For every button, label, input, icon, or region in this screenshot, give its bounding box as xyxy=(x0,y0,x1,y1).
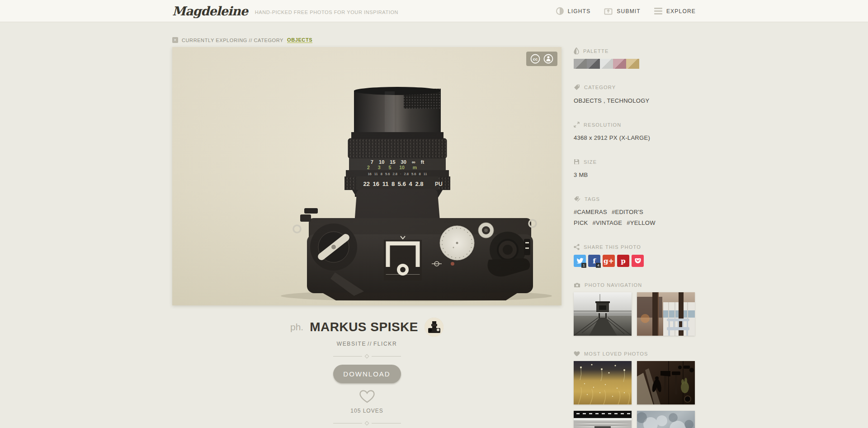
site-tagline: HAND-PICKED FREE PHOTOS FOR YOUR INSPIRA… xyxy=(255,10,398,15)
nav-lights-label: LIGHTS xyxy=(568,8,591,14)
share-googleplus-button[interactable]: g+ xyxy=(603,255,615,267)
share-facebook-button[interactable]: f 4 xyxy=(588,255,600,267)
photo-navigation-label: PHOTO NAVIGATION xyxy=(585,282,642,288)
palette-swatches xyxy=(574,59,696,69)
upload-icon xyxy=(604,7,613,15)
palette-label: PALETTE xyxy=(583,48,609,54)
share-section: SHARE THIS PHOTO 1 f 4 g+ p xyxy=(574,244,696,267)
tags-section: TAGS #CAMERAS#EDITOR'S PICK#VINTAGE#YELL… xyxy=(574,196,696,228)
loved-thumbnail-grass[interactable] xyxy=(574,361,632,404)
facebook-icon: f xyxy=(593,257,595,265)
cc-license-badge[interactable]: cc xyxy=(526,52,557,66)
palette-swatch[interactable] xyxy=(626,59,639,69)
photo-info-sidebar: PALETTE CATEGORY OBJECTS , TECHNOLOGY xyxy=(574,22,696,428)
palette-section: PALETTE xyxy=(574,48,696,69)
tag-yellow[interactable]: #YELLOW xyxy=(627,219,656,226)
ornament-divider-bottom xyxy=(333,422,401,425)
most-loved-label: MOST LOVED PHOTOS xyxy=(584,351,648,357)
breadcrumb-category-link[interactable]: OBJECTS xyxy=(287,37,312,43)
share-pocket-button[interactable] xyxy=(632,255,644,267)
menu-icon xyxy=(654,8,662,14)
attribution-icon xyxy=(543,54,553,64)
camera-icon xyxy=(574,282,580,288)
tags-icon xyxy=(574,196,580,202)
site-logo[interactable]: Magdeleine xyxy=(172,4,248,18)
palette-swatch[interactable] xyxy=(587,59,600,69)
resize-arrows-icon xyxy=(574,122,580,128)
save-disk-icon xyxy=(574,159,580,165)
links-separator: // xyxy=(368,341,372,347)
site-header: Magdeleine HAND-PICKED FREE PHOTOS FOR Y… xyxy=(0,0,868,22)
tag-vintage[interactable]: #VINTAGE xyxy=(593,219,623,226)
photographer-links: WEBSITE//FLICKR xyxy=(172,341,561,347)
category-link-technology[interactable]: TECHNOLOGY xyxy=(607,97,650,104)
size-section: SIZE 3 MB xyxy=(574,159,696,181)
contrast-icon xyxy=(556,7,564,15)
ornament-divider xyxy=(333,355,401,358)
palette-swatch[interactable] xyxy=(600,59,613,69)
flickr-link[interactable]: FLICKR xyxy=(373,341,397,347)
drop-icon xyxy=(574,48,579,54)
palette-swatch[interactable] xyxy=(613,59,626,69)
photo-navigation-section: PHOTO NAVIGATION xyxy=(574,282,696,336)
category-label: CATEGORY xyxy=(584,85,616,90)
share-label: SHARE THIS PHOTO xyxy=(584,244,641,250)
avatar-camera-icon xyxy=(425,318,443,337)
share-twitter-button[interactable]: 1 xyxy=(574,255,586,267)
category-link-objects[interactable]: OBJECTS xyxy=(574,97,602,104)
category-section: CATEGORY OBJECTS , TECHNOLOGY xyxy=(574,84,696,106)
website-link[interactable]: WEBSITE xyxy=(337,341,366,347)
size-label: SIZE xyxy=(584,159,597,165)
svg-text:cc: cc xyxy=(533,57,538,62)
cc-icon: cc xyxy=(530,54,540,64)
tags-label: TAGS xyxy=(585,196,600,202)
photographer-avatar[interactable] xyxy=(425,318,443,337)
credit-prefix: ph. xyxy=(290,322,303,333)
breadcrumb: × CURRENTLY EXPLORING // CATEGORY OBJECT… xyxy=(172,37,561,43)
palette-swatch[interactable] xyxy=(574,59,587,69)
photographer-name: MARKUS SPISKE xyxy=(310,320,418,334)
share-icon xyxy=(574,244,580,250)
facebook-share-count: 4 xyxy=(596,263,601,268)
nav-lights[interactable]: LIGHTS xyxy=(556,7,591,15)
category-separator: , xyxy=(602,97,607,104)
photo-nav-next-thumbnail[interactable] xyxy=(637,292,695,336)
close-icon[interactable]: × xyxy=(172,37,178,43)
heart-icon xyxy=(359,390,375,404)
resolution-section: RESOLUTION 4368 x 2912 PX (X-LARGE) xyxy=(574,122,696,143)
nav-submit[interactable]: SUBMIT xyxy=(604,7,641,15)
googleplus-icon: g+ xyxy=(604,257,614,265)
loved-thumbnail-clouds[interactable] xyxy=(637,411,695,428)
love-button[interactable] xyxy=(359,390,375,405)
resolution-label: RESOLUTION xyxy=(584,122,622,128)
header-nav: LIGHTS SUBMIT EXPLORE xyxy=(556,7,696,15)
tag-cameras[interactable]: #CAMERAS xyxy=(574,209,607,215)
resolution-value: 4368 x 2912 PX (X-LARGE) xyxy=(574,133,696,143)
photo-nav-prev-thumbnail[interactable] xyxy=(574,292,632,336)
download-button[interactable]: DOWNLOAD xyxy=(333,365,401,383)
heart-small-icon xyxy=(574,351,580,357)
loved-thumbnail-tools[interactable] xyxy=(637,361,695,404)
pocket-icon xyxy=(635,258,641,264)
twitter-share-count: 1 xyxy=(581,263,586,268)
share-pinterest-button[interactable]: p xyxy=(617,255,629,267)
loves-count: 105 LOVES xyxy=(172,408,561,414)
loved-thumbnail-subway[interactable] xyxy=(574,411,632,428)
nav-submit-label: SUBMIT xyxy=(617,8,641,14)
nav-explore[interactable]: EXPLORE xyxy=(654,8,696,14)
size-value: 3 MB xyxy=(574,170,696,181)
main-photo: 7 10 15 30 ∞ ft 2 3 5 10 m 16 11 8 5.6 2… xyxy=(172,47,561,305)
breadcrumb-text: CURRENTLY EXPLORING // CATEGORY xyxy=(182,38,283,43)
nav-explore-label: EXPLORE xyxy=(666,8,696,14)
tag-icon xyxy=(574,84,580,90)
most-loved-section: MOST LOVED PHOTOS xyxy=(574,351,696,428)
pinterest-icon: p xyxy=(621,257,626,265)
